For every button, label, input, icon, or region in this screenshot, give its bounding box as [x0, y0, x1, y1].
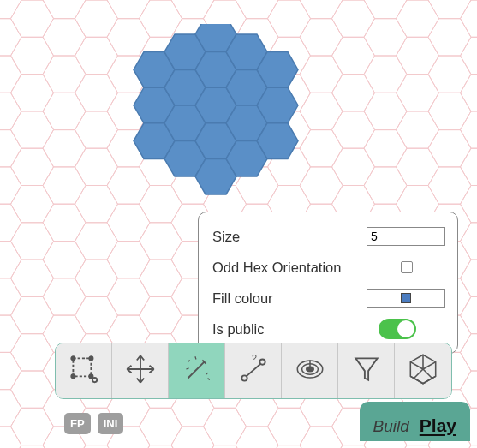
- svg-marker-45: [11, 445, 54, 448]
- svg-marker-108: [140, 408, 182, 445]
- svg-marker-244: [428, 93, 471, 129]
- svg-marker-19: [0, 56, 21, 93]
- svg-marker-211: [364, 56, 407, 93]
- svg-marker-104: [140, 260, 182, 296]
- svg-marker-257: [461, 0, 478, 37]
- svg-marker-71: [75, 223, 118, 260]
- svg-marker-229: [397, 148, 439, 185]
- fill-colour-picker[interactable]: [367, 289, 445, 308]
- svg-marker-26: [0, 315, 21, 352]
- ping-tool[interactable]: [282, 343, 338, 398]
- svg-marker-41: [11, 296, 54, 333]
- svg-marker-109: [140, 445, 182, 448]
- svg-marker-17: [0, 0, 21, 19]
- placed-hex-shape[interactable]: [130, 24, 310, 195]
- svg-marker-49: [43, 0, 86, 19]
- ping-tool-icon: [292, 351, 328, 391]
- svg-point-312: [92, 378, 96, 382]
- svg-marker-113: [171, 0, 214, 19]
- svg-marker-39: [11, 223, 54, 260]
- size-label: Size: [212, 229, 240, 245]
- select-tool[interactable]: [56, 343, 112, 398]
- dice-tool[interactable]: [395, 343, 451, 398]
- svg-marker-194: [332, 37, 375, 74]
- svg-marker-50: [43, 19, 86, 56]
- filter-tool[interactable]: [338, 343, 395, 398]
- svg-marker-259: [461, 75, 478, 111]
- svg-marker-196: [332, 111, 375, 148]
- orientation-label: Odd Hex Orientation: [212, 260, 341, 276]
- svg-marker-52: [43, 93, 86, 129]
- svg-marker-213: [364, 130, 407, 167]
- svg-marker-38: [11, 186, 54, 223]
- svg-marker-24: [0, 242, 21, 278]
- svg-point-309: [89, 356, 92, 360]
- svg-marker-225: [397, 0, 439, 37]
- svg-marker-73: [75, 296, 118, 333]
- magic-tool[interactable]: [169, 343, 225, 398]
- measure-tool[interactable]: ?: [225, 343, 282, 398]
- svg-marker-54: [43, 167, 86, 204]
- svg-marker-242: [428, 19, 471, 56]
- build-mode-button[interactable]: Build: [373, 417, 409, 436]
- svg-marker-72: [75, 260, 118, 296]
- svg-marker-42: [11, 334, 54, 371]
- svg-marker-89: [107, 278, 150, 315]
- svg-rect-307: [73, 358, 91, 376]
- move-tool[interactable]: [112, 343, 169, 398]
- svg-point-310: [71, 374, 75, 378]
- svg-marker-145: [236, 0, 278, 19]
- size-input[interactable]: [367, 227, 445, 246]
- svg-marker-260: [461, 111, 478, 148]
- svg-marker-66: [75, 37, 118, 74]
- svg-marker-53: [43, 130, 86, 167]
- svg-marker-40: [11, 260, 54, 296]
- svg-marker-105: [140, 296, 182, 333]
- ini-badge[interactable]: INI: [98, 413, 124, 434]
- svg-marker-103: [140, 223, 182, 260]
- svg-marker-177: [300, 0, 343, 19]
- svg-marker-214: [364, 167, 407, 204]
- svg-marker-81: [107, 0, 150, 19]
- svg-marker-227: [397, 75, 439, 111]
- svg-marker-68: [75, 111, 118, 148]
- svg-marker-228: [397, 111, 439, 148]
- svg-text:?: ?: [251, 353, 256, 363]
- fp-badge[interactable]: FP: [64, 413, 91, 434]
- play-mode-button[interactable]: Play: [420, 415, 456, 436]
- svg-marker-33: [11, 0, 54, 37]
- svg-marker-87: [107, 204, 150, 241]
- svg-marker-241: [428, 0, 471, 19]
- svg-marker-263: [461, 223, 478, 260]
- svg-marker-197: [332, 148, 375, 185]
- svg-marker-70: [75, 186, 118, 223]
- select-tool-icon: [66, 351, 102, 391]
- svg-point-308: [71, 356, 75, 360]
- svg-marker-34: [11, 37, 54, 74]
- is-public-label: Is public: [212, 321, 265, 337]
- tool-toolbar: ?: [55, 343, 452, 399]
- svg-marker-37: [11, 148, 54, 185]
- svg-marker-20: [0, 93, 21, 129]
- svg-marker-27: [0, 352, 21, 389]
- svg-marker-69: [75, 148, 118, 185]
- magic-tool-icon: [179, 351, 215, 391]
- svg-marker-23: [0, 204, 21, 241]
- is-public-toggle[interactable]: [379, 319, 416, 339]
- svg-marker-67: [75, 75, 118, 111]
- svg-marker-210: [364, 19, 407, 56]
- svg-marker-36: [11, 111, 54, 148]
- svg-marker-140: [204, 408, 247, 445]
- svg-marker-245: [428, 130, 471, 167]
- orientation-checkbox[interactable]: [401, 261, 413, 273]
- svg-marker-193: [332, 0, 375, 37]
- shape-settings-panel: Size Odd Hex Orientation Fill colour Is …: [198, 212, 458, 354]
- svg-marker-266: [461, 334, 478, 371]
- svg-marker-141: [204, 445, 247, 448]
- svg-marker-226: [397, 37, 439, 74]
- fill-colour-label: Fill colour: [212, 290, 273, 307]
- filter-tool-icon: [349, 351, 385, 391]
- mode-switch: Build Play: [360, 402, 470, 441]
- svg-marker-269: [461, 445, 478, 448]
- svg-marker-172: [268, 408, 311, 445]
